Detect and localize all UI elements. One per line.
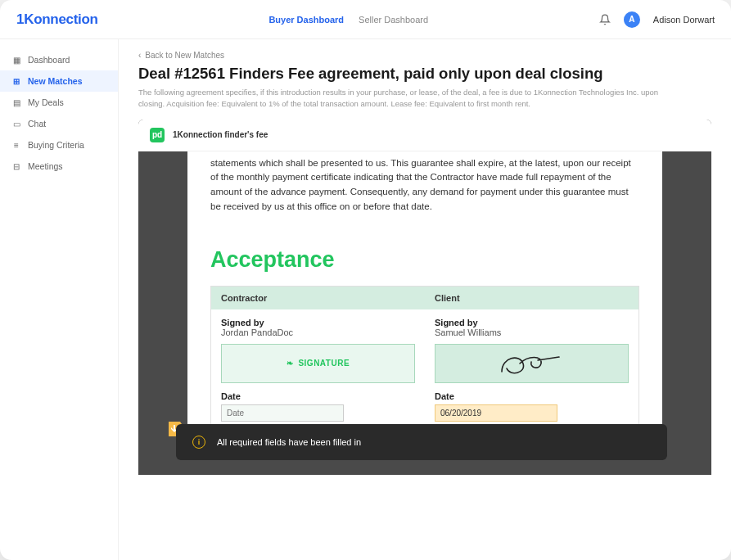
tab-seller-dashboard[interactable]: Seller Dashboard	[359, 15, 428, 25]
signed-by-label: Signed by	[435, 318, 629, 327]
sidebar-item-label: New Matches	[28, 76, 83, 86]
grid-icon: ▦	[11, 55, 21, 65]
date-label: Date	[435, 391, 629, 401]
sidebar-item-my-deals[interactable]: ▤ My Deals	[0, 92, 118, 113]
signed-by-label: Signed by	[221, 318, 415, 327]
sidebar-item-label: Meetings	[28, 161, 63, 171]
acceptance-table: Contractor Client Signed by Jordan Panda…	[210, 286, 639, 436]
acceptance-heading: Acceptance	[210, 247, 639, 273]
document-page: statements which shall be presented to u…	[187, 151, 662, 455]
sidebar: ▦ Dashboard ⊞ New Matches ▤ My Deals ▭ C…	[0, 39, 119, 560]
client-signature-field[interactable]	[435, 344, 629, 383]
back-link[interactable]: ‹ Back to New Matches	[138, 51, 711, 60]
dashboard-tabs: Buyer Dashboard Seller Dashboard	[268, 15, 428, 25]
contractor-signature-field[interactable]: ❧ SIGNATURE	[221, 344, 415, 383]
chat-icon: ▭	[11, 119, 21, 129]
sidebar-item-dashboard[interactable]: ▦ Dashboard	[0, 49, 118, 70]
signature-drawing	[495, 349, 569, 378]
sidebar-item-buying-criteria[interactable]: ≡ Buying Criteria	[0, 134, 118, 156]
document-container: pd 1Konnection finder's fee statements w…	[138, 120, 711, 475]
chevron-left-icon: ‹	[138, 51, 141, 60]
topbar-right: A Adison Dorwart	[599, 11, 715, 28]
table-row: Signed by Jordan PandaDoc ❧ SIGNATURE Da…	[211, 309, 638, 435]
main-content: ‹ Back to New Matches Deal #12561 Finder…	[119, 39, 731, 560]
date-label: Date	[221, 391, 415, 401]
column-client: Client	[425, 287, 638, 309]
contractor-cell: Signed by Jordan PandaDoc ❧ SIGNATURE Da…	[211, 309, 425, 435]
sidebar-item-label: Buying Criteria	[28, 140, 84, 150]
matches-icon: ⊞	[11, 76, 21, 86]
avatar[interactable]: A	[624, 11, 640, 28]
info-icon: i	[192, 436, 205, 449]
document-header: pd 1Konnection finder's fee	[138, 120, 711, 151]
deals-icon: ▤	[11, 97, 21, 107]
document-body: statements which shall be presented to u…	[138, 151, 711, 475]
pandadoc-icon: pd	[150, 128, 165, 142]
document-title: 1Konnection finder's fee	[173, 130, 268, 139]
notifications-icon[interactable]	[599, 14, 611, 25]
client-cell: Signed by Samuel Williams Date	[425, 309, 638, 435]
sidebar-item-meetings[interactable]: ⊟ Meetings	[0, 156, 118, 177]
criteria-icon: ≡	[11, 140, 21, 150]
body: ▦ Dashboard ⊞ New Matches ▤ My Deals ▭ C…	[0, 39, 731, 560]
leaf-icon: ❧	[287, 359, 294, 368]
sidebar-item-label: My Deals	[28, 97, 64, 107]
page-title: Deal #12561 Finders Fee agreement, paid …	[138, 65, 711, 83]
sidebar-item-label: Dashboard	[28, 55, 70, 65]
table-header-row: Contractor Client	[211, 287, 638, 309]
document-paragraph: statements which shall be presented to u…	[210, 151, 639, 215]
app-window: 1Konnection Buyer Dashboard Seller Dashb…	[0, 0, 731, 560]
sidebar-item-chat[interactable]: ▭ Chat	[0, 113, 118, 134]
brand-logo: 1Konnection	[16, 11, 98, 28]
meetings-icon: ⊟	[11, 161, 21, 171]
back-link-label: Back to New Matches	[145, 51, 224, 60]
contractor-date-field[interactable]	[221, 404, 344, 422]
client-date-field[interactable]	[435, 404, 557, 422]
topbar: 1Konnection Buyer Dashboard Seller Dashb…	[0, 0, 731, 39]
tab-buyer-dashboard[interactable]: Buyer Dashboard	[268, 15, 344, 25]
toast-notification: i All required fields have been filled i…	[176, 424, 667, 460]
contractor-name: Jordan PandaDoc	[221, 327, 415, 337]
client-name: Samuel Williams	[435, 327, 629, 337]
column-contractor: Contractor	[211, 287, 425, 309]
page-subtitle: The following agreement specifies, if th…	[138, 87, 662, 110]
signature-placeholder-label: SIGNATURE	[298, 359, 350, 368]
sidebar-item-new-matches[interactable]: ⊞ New Matches	[0, 70, 118, 92]
toast-message: All required fields have been filled in	[217, 437, 361, 447]
sidebar-item-label: Chat	[28, 119, 46, 129]
username: Adison Dorwart	[653, 15, 715, 25]
